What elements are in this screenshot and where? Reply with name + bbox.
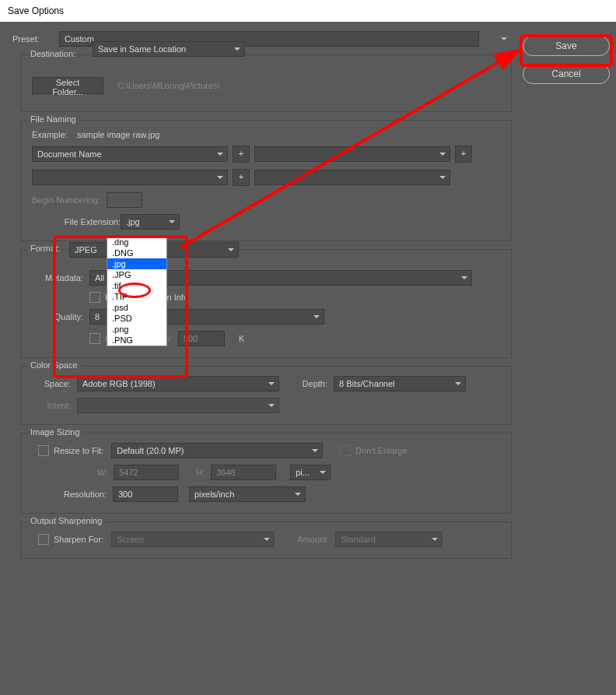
ext-option-psd[interactable]: .psd <box>107 302 166 313</box>
ext-option-PNG[interactable]: .PNG <box>107 335 166 346</box>
destination-select[interactable]: Save in Same Location <box>93 41 245 57</box>
naming-field-4[interactable] <box>254 170 450 185</box>
sharpen-label: Sharpen For: <box>54 535 103 544</box>
destination-legend: Destination: <box>27 49 79 58</box>
limit-filesize-checkbox[interactable] <box>89 333 100 344</box>
naming-field-3[interactable] <box>32 170 228 185</box>
plus-icon-3[interactable]: + <box>233 169 250 186</box>
h-label: H: <box>196 468 205 477</box>
file-naming-legend: File Naming <box>27 114 79 124</box>
resize-select[interactable]: Default (20.0 MP) <box>111 443 323 458</box>
amount-select: Standard <box>335 532 443 547</box>
cancel-button[interactable]: Cancel <box>523 64 610 84</box>
ext-option-JPG[interactable]: .JPG <box>107 269 166 280</box>
color-space-legend: Color Space <box>27 360 81 370</box>
preset-label: Preset: <box>8 34 59 44</box>
sharpening-fieldset: Output Sharpening Sharpen For: Screen Am… <box>20 521 512 559</box>
remove-location-checkbox[interactable] <box>89 292 100 303</box>
example-value: sample image raw.jpg <box>77 130 159 139</box>
image-sizing-legend: Image Sizing <box>27 427 83 437</box>
dont-enlarge-checkbox <box>340 445 351 456</box>
destination-fieldset: Destination: Save in Same Location Selec… <box>20 54 512 112</box>
naming-field-1[interactable]: Document Name <box>32 146 228 162</box>
intent-select <box>77 398 279 413</box>
save-button[interactable]: Save <box>523 36 610 56</box>
ext-option-PSD[interactable]: .PSD <box>107 313 166 324</box>
image-sizing-fieldset: Image Sizing Resize to Fit: Default (20.… <box>20 433 512 514</box>
dont-enlarge-label: Don't Enlarge <box>355 446 407 455</box>
resize-label: Resize to Fit: <box>54 446 103 455</box>
depth-label: Depth: <box>279 379 327 388</box>
sharpening-legend: Output Sharpening <box>27 516 105 525</box>
file-extension-dropdown[interactable]: .dng .DNG .jpg .JPG .tif .TIF .psd .PSD … <box>107 236 167 346</box>
example-label: Example: <box>32 130 77 139</box>
ext-option-TIF[interactable]: .TIF <box>107 291 166 302</box>
limit-filesize-input <box>178 331 225 346</box>
file-extension-label: File Extension: <box>32 217 121 226</box>
destination-path: C:\Users\MLoong\Pictures\ <box>117 81 219 90</box>
ext-option-png[interactable]: .png <box>107 324 166 335</box>
format-legend: Format: <box>27 244 63 253</box>
resize-checkbox[interactable] <box>38 445 49 456</box>
naming-field-2[interactable] <box>254 146 450 162</box>
begin-numbering-label: Begin Numbering: <box>32 195 107 205</box>
dim-unit-select[interactable]: pi... <box>290 465 331 480</box>
sharpen-checkbox[interactable] <box>38 534 49 545</box>
plus-icon[interactable]: + <box>233 146 250 163</box>
file-extension-select[interactable]: .jpg <box>121 214 180 230</box>
color-space-fieldset: Color Space Space: Adobe RGB (1998) Dept… <box>20 366 512 425</box>
w-label: W: <box>97 468 107 477</box>
w-input <box>114 465 179 480</box>
ext-option-dng[interactable]: .dng <box>107 237 166 247</box>
format-fieldset: Format: JPEG Metadata: All Remove Locati… <box>20 249 512 358</box>
ext-option-jpg[interactable]: .jpg <box>107 258 166 269</box>
depth-select[interactable]: 8 Bits/Channel <box>334 376 466 391</box>
select-folder-button[interactable]: Select Folder... <box>32 77 103 94</box>
quality-label: Quality: <box>32 312 83 321</box>
resolution-unit-select[interactable]: pixels/inch <box>189 486 306 502</box>
file-naming-fieldset: File Naming Example: sample image raw.jp… <box>20 120 512 241</box>
h-input <box>211 465 276 480</box>
resolution-input[interactable] <box>113 486 178 502</box>
space-select[interactable]: Adobe RGB (1998) <box>77 376 279 391</box>
limit-unit: K <box>239 334 244 343</box>
sharpen-select: Screen <box>111 532 275 547</box>
ext-option-DNG[interactable]: .DNG <box>107 247 166 258</box>
ext-option-tif[interactable]: .tif <box>107 280 166 291</box>
plus-icon-2[interactable]: + <box>455 146 472 163</box>
amount-label: Amount: <box>275 535 329 544</box>
space-label: Space: <box>32 379 71 388</box>
intent-label: Intent: <box>32 401 71 410</box>
metadata-label: Metadata: <box>32 273 83 283</box>
window-title: Save Options <box>0 0 616 22</box>
begin-numbering-input <box>107 192 142 208</box>
resolution-label: Resolution: <box>32 490 107 499</box>
